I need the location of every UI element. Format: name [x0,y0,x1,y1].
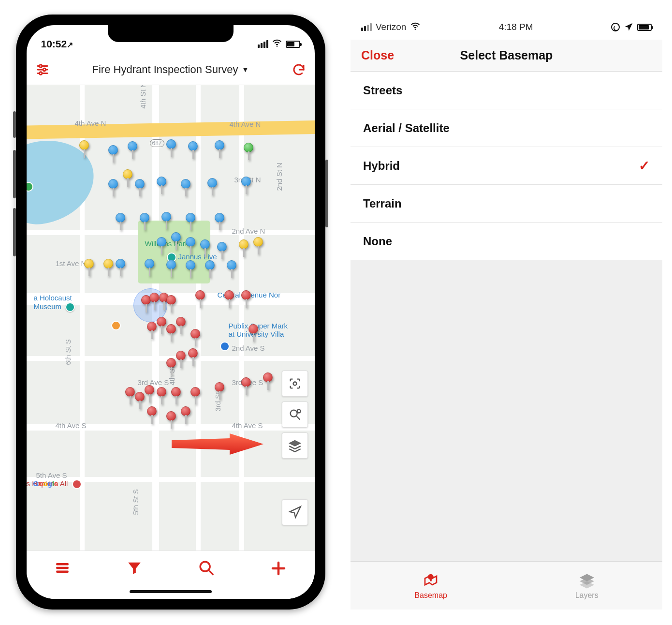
tab-layers[interactable]: Layers [575,572,599,600]
map-pin[interactable] [176,351,187,368]
map-pin[interactable] [145,259,155,276]
map-tools [282,371,308,459]
refresh-icon[interactable] [292,62,306,77]
map-pin[interactable] [166,358,177,375]
map-pin[interactable] [147,406,158,424]
map-pin[interactable] [215,382,225,400]
map-pin[interactable] [186,260,196,278]
option-label: Hybrid [363,159,400,173]
map-pin[interactable] [176,317,187,334]
map-pin[interactable] [157,317,167,334]
map-pin[interactable] [200,239,211,257]
map-pin[interactable] [241,290,252,308]
map-pin[interactable] [224,290,235,308]
map-pin[interactable] [108,179,119,196]
map-pin[interactable] [166,324,177,342]
map-pin[interactable] [181,179,191,196]
map-pin[interactable] [181,406,191,424]
menu-button[interactable] [48,560,77,576]
layers-icon[interactable] [282,432,308,459]
svg-point-23 [429,575,433,579]
svg-marker-22 [625,23,632,31]
map-pin[interactable] [157,237,167,254]
map-pin[interactable] [123,169,133,187]
svg-point-6 [39,72,42,74]
map-canvas[interactable]: 4th Ave N 4th Ave N 3rd St N 2nd Ave N 1… [27,85,315,569]
map-pin[interactable] [135,392,146,409]
map-pin[interactable] [244,143,254,160]
basemap-option[interactable]: Streets [351,72,662,109]
map-pin[interactable] [239,239,249,257]
map-pin[interactable] [190,329,201,346]
search-button[interactable] [192,560,221,576]
svg-point-10 [297,410,300,413]
signal-icon [361,23,372,31]
map-pin[interactable] [166,260,177,277]
map-pin[interactable] [157,177,167,194]
street-label: 4th Ave S [232,421,263,430]
svg-point-0 [276,45,278,47]
map-pin[interactable] [188,348,199,366]
app-header: Fire Hydrant Inspection Survey ▼ [27,54,315,85]
map-pin[interactable] [145,385,155,402]
phone-notch [108,25,234,42]
map-pin[interactable] [128,141,138,159]
map-pin[interactable] [116,213,126,230]
street-label: 2nd Ave S [232,344,265,352]
add-button[interactable] [264,560,293,577]
settings-sliders-icon[interactable] [35,62,50,77]
map-pin[interactable] [147,322,158,339]
map-pin[interactable] [166,295,177,312]
map-pin[interactable] [188,141,199,159]
map-pin[interactable] [171,232,182,250]
map-pin[interactable] [108,145,119,163]
zoom-search-icon[interactable] [282,402,308,428]
zoom-extent-icon[interactable] [282,371,308,397]
option-label: None [363,235,392,248]
basemap-option[interactable]: None [351,223,662,260]
map-pin[interactable] [195,290,206,308]
map-pin[interactable] [171,387,182,404]
map-pin[interactable] [149,293,160,310]
map-pin[interactable] [116,259,126,276]
map-pin[interactable] [103,259,114,276]
map-pin[interactable] [161,212,172,229]
map-pin[interactable] [205,260,216,278]
map-pin[interactable] [253,237,264,254]
map-pin[interactable] [215,213,225,230]
map-pin[interactable] [125,387,136,404]
basemap-option[interactable]: Hybrid✓ [351,147,662,185]
home-indicator [130,590,212,593]
map-pin[interactable] [215,140,225,158]
phone-screen: 10:52↗ Fire Hydrant Inspection Survey [27,25,315,599]
map-pin[interactable] [263,372,274,390]
map-pin[interactable] [241,177,252,194]
street-label: 4th Ave S [56,421,87,430]
map-pin[interactable] [157,387,167,404]
map-pin[interactable] [241,377,252,395]
map-pin[interactable] [248,324,259,342]
map-pin[interactable] [217,242,228,259]
map-pin[interactable] [135,179,146,196]
map-pin[interactable] [186,237,196,254]
map-pin[interactable] [207,178,218,195]
map-pin[interactable] [227,260,237,278]
svg-point-8 [290,410,297,417]
filter-button[interactable] [120,560,149,576]
map-pin[interactable] [190,387,201,404]
basemap-options-list: StreetsAerial / SatelliteHybrid✓TerrainN… [351,72,662,260]
survey-title-dropdown[interactable]: Fire Hydrant Inspection Survey ▼ [57,63,285,76]
basemap-option[interactable]: Aerial / Satellite [351,109,662,147]
map-pin[interactable] [84,259,95,276]
svg-line-18 [209,571,214,575]
map-pin[interactable] [79,140,90,158]
map-pin[interactable] [166,411,177,429]
locate-me-icon[interactable] [282,499,308,525]
map-pin[interactable] [186,213,196,230]
basemap-option[interactable]: Terrain [351,185,662,223]
svg-point-7 [293,382,296,386]
map-pin[interactable] [166,139,177,157]
tab-basemap[interactable]: Basemap [414,572,447,600]
street-label: 4th Ave N [75,119,106,127]
map-pin[interactable] [140,213,150,230]
